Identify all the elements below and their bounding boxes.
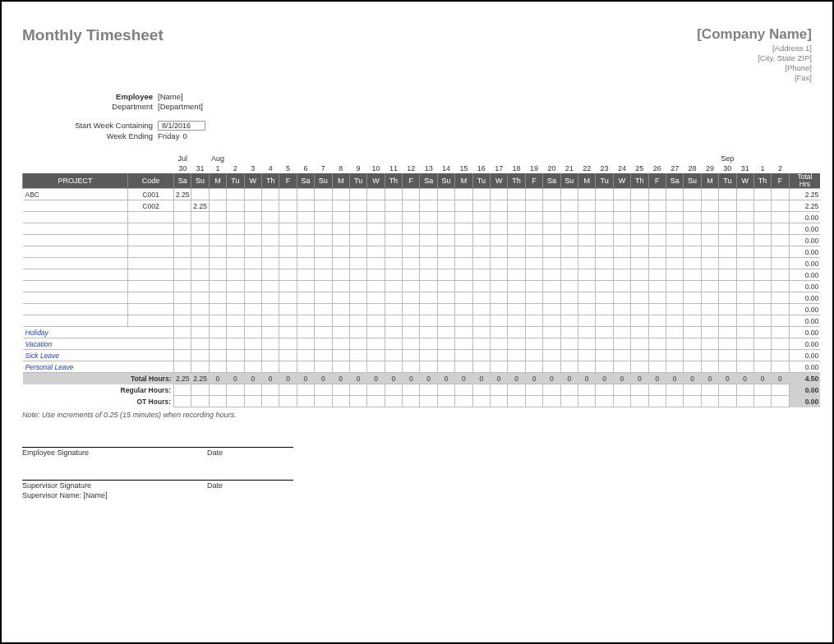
- hours-cell[interactable]: [472, 258, 490, 269]
- hours-cell[interactable]: [455, 235, 472, 246]
- hours-cell[interactable]: [578, 315, 595, 327]
- hours-cell[interactable]: [209, 200, 226, 212]
- hours-cell[interactable]: [736, 212, 753, 223]
- hours-cell[interactable]: [543, 292, 560, 304]
- hours-cell[interactable]: [596, 235, 613, 246]
- hours-cell[interactable]: [578, 350, 595, 361]
- hours-cell[interactable]: [596, 350, 613, 361]
- hours-cell[interactable]: [525, 327, 542, 338]
- hours-cell[interactable]: [736, 223, 753, 235]
- hours-cell[interactable]: [297, 235, 314, 246]
- hours-cell[interactable]: [772, 304, 789, 315]
- hours-cell[interactable]: [261, 327, 279, 338]
- hours-cell[interactable]: [437, 235, 454, 246]
- hours-cell[interactable]: [491, 315, 508, 327]
- hours-cell[interactable]: [631, 212, 648, 223]
- hours-cell[interactable]: [297, 361, 314, 373]
- hours-cell[interactable]: [736, 200, 753, 212]
- ot-hours-cell[interactable]: [420, 396, 437, 407]
- hours-cell[interactable]: [455, 327, 472, 338]
- hours-cell[interactable]: [543, 189, 560, 200]
- hours-cell[interactable]: [191, 315, 209, 327]
- regular-hours-cell[interactable]: [543, 384, 560, 396]
- hours-cell[interactable]: [508, 350, 525, 361]
- hours-cell[interactable]: [437, 223, 454, 235]
- regular-hours-cell[interactable]: [349, 384, 366, 396]
- hours-cell[interactable]: [367, 269, 385, 281]
- hours-cell[interactable]: [560, 281, 578, 292]
- hours-cell[interactable]: [613, 292, 630, 304]
- hours-cell[interactable]: [719, 315, 736, 327]
- hours-cell[interactable]: [753, 212, 771, 223]
- ot-hours-cell[interactable]: [631, 396, 648, 407]
- hours-cell[interactable]: [684, 350, 701, 361]
- code-cell[interactable]: [128, 304, 174, 315]
- hours-cell[interactable]: [491, 212, 508, 223]
- ot-hours-cell[interactable]: [349, 396, 366, 407]
- hours-cell[interactable]: [332, 235, 349, 246]
- hours-cell[interactable]: [753, 269, 771, 281]
- hours-cell[interactable]: [455, 258, 472, 269]
- hours-cell[interactable]: [648, 292, 666, 304]
- ot-hours-cell[interactable]: [684, 396, 701, 407]
- hours-cell[interactable]: [648, 246, 666, 258]
- hours-cell[interactable]: [596, 338, 613, 350]
- hours-cell[interactable]: [227, 212, 244, 223]
- hours-cell[interactable]: [437, 338, 454, 350]
- hours-cell[interactable]: [560, 200, 578, 212]
- hours-cell[interactable]: [437, 350, 454, 361]
- hours-cell[interactable]: [648, 212, 666, 223]
- hours-cell[interactable]: [772, 292, 789, 304]
- hours-cell[interactable]: [315, 212, 332, 223]
- hours-cell[interactable]: [174, 200, 191, 212]
- department-value[interactable]: [Department]: [158, 102, 203, 111]
- hours-cell[interactable]: [227, 246, 244, 258]
- regular-hours-cell[interactable]: [578, 384, 595, 396]
- ot-hours-cell[interactable]: [736, 396, 753, 407]
- hours-cell[interactable]: [736, 361, 753, 373]
- hours-cell[interactable]: [472, 269, 490, 281]
- hours-cell[interactable]: [508, 235, 525, 246]
- regular-hours-cell[interactable]: [719, 384, 736, 396]
- hours-cell[interactable]: [420, 189, 437, 200]
- hours-cell[interactable]: [753, 200, 771, 212]
- code-cell[interactable]: [128, 269, 174, 281]
- ot-hours-cell[interactable]: [701, 396, 718, 407]
- hours-cell[interactable]: [191, 235, 209, 246]
- hours-cell[interactable]: [648, 338, 666, 350]
- hours-cell[interactable]: 2.25: [191, 200, 209, 212]
- hours-cell[interactable]: [736, 269, 753, 281]
- hours-cell[interactable]: [596, 223, 613, 235]
- hours-cell[interactable]: [472, 361, 490, 373]
- hours-cell[interactable]: [437, 246, 454, 258]
- hours-cell[interactable]: [403, 189, 420, 200]
- hours-cell[interactable]: [261, 212, 279, 223]
- hours-cell[interactable]: [209, 361, 226, 373]
- hours-cell[interactable]: [543, 281, 560, 292]
- hours-cell[interactable]: [403, 246, 420, 258]
- hours-cell[interactable]: [315, 223, 332, 235]
- hours-cell[interactable]: [736, 292, 753, 304]
- hours-cell[interactable]: [508, 327, 525, 338]
- hours-cell[interactable]: [437, 269, 454, 281]
- hours-cell[interactable]: [753, 315, 771, 327]
- hours-cell[interactable]: [297, 315, 314, 327]
- hours-cell[interactable]: [174, 223, 191, 235]
- ot-hours-cell[interactable]: [543, 396, 560, 407]
- hours-cell[interactable]: [261, 304, 279, 315]
- project-cell[interactable]: [23, 269, 128, 281]
- regular-hours-cell[interactable]: [403, 384, 420, 396]
- hours-cell[interactable]: [472, 223, 490, 235]
- hours-cell[interactable]: [543, 212, 560, 223]
- hours-cell[interactable]: [174, 246, 191, 258]
- ot-hours-cell[interactable]: [753, 396, 771, 407]
- regular-hours-cell[interactable]: [455, 384, 472, 396]
- hours-cell[interactable]: [753, 292, 771, 304]
- hours-cell[interactable]: [719, 200, 736, 212]
- hours-cell[interactable]: [631, 304, 648, 315]
- hours-cell[interactable]: [420, 235, 437, 246]
- hours-cell[interactable]: [403, 292, 420, 304]
- regular-hours-cell[interactable]: [261, 384, 279, 396]
- hours-cell[interactable]: [209, 350, 226, 361]
- ot-hours-cell[interactable]: [332, 396, 349, 407]
